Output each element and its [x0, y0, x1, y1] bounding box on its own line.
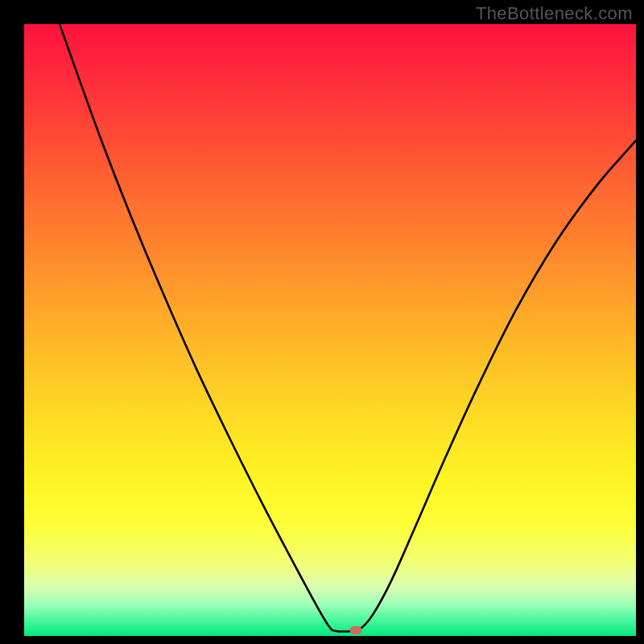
plot-area	[24, 24, 636, 636]
bottleneck-curve	[24, 24, 636, 636]
watermark-label: TheBottleneck.com	[476, 3, 633, 24]
chart-frame: TheBottleneck.com	[0, 0, 644, 644]
optimum-marker	[349, 626, 361, 634]
